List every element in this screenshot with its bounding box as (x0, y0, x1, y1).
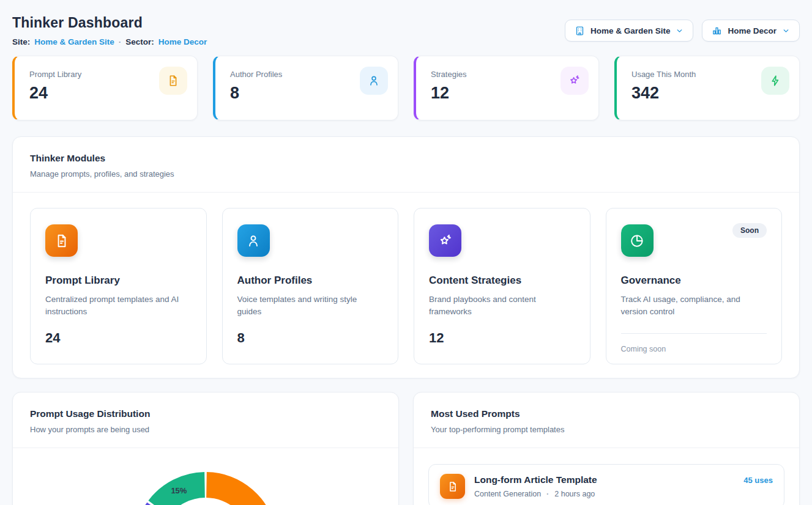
stat-label: Prompt Library (29, 70, 81, 79)
meta-separator: · (546, 490, 549, 498)
prompt-item-title: Long-form Article Template (474, 474, 734, 485)
usage-chart-area: 45%25%15%15% (13, 448, 398, 505)
sector-selector-label: Home Decor (728, 26, 777, 35)
bar-chart-icon (712, 26, 722, 36)
module-description: Centralized prompt templates and AI inst… (45, 293, 192, 319)
stat-label: Strategies (431, 70, 467, 79)
sparkle-star-icon (561, 67, 589, 95)
usage-card-header: Prompt Usage Distribution How your promp… (13, 393, 398, 448)
chevron-down-icon (782, 27, 790, 35)
stat-card-prompt-library: Prompt Library 24 (12, 56, 198, 120)
stat-value: 342 (631, 84, 696, 103)
prompts-card-header: Most Used Prompts Your top-performing pr… (414, 393, 799, 448)
modules-header: Thinker Modules Manage prompts, profiles… (13, 137, 799, 193)
header-actions: Home & Garden Site Home Decor (565, 20, 800, 42)
module-description: Brand playbooks and content frameworks (429, 293, 575, 319)
module-description: Track AI usage, compliance, and version … (621, 293, 767, 319)
stat-value: 8 (230, 84, 282, 103)
site-selector-dropdown[interactable]: Home & Garden Site (565, 20, 694, 42)
module-description: Voice templates and writing style guides (237, 293, 384, 319)
site-selector-label: Home & Garden Site (590, 26, 671, 35)
stat-card-usage: Usage This Month 342 (614, 56, 800, 120)
prompt-category: Content Generation (474, 490, 541, 498)
bottom-row: Prompt Usage Distribution How your promp… (12, 392, 800, 505)
modules-grid: Prompt Library Centralized prompt templa… (13, 193, 799, 378)
usage-card-subtitle: How your prompts are being used (30, 425, 381, 434)
modules-subtitle: Manage prompts, profiles, and strategies (30, 169, 782, 179)
breadcrumb: Site: Home & Garden Site · Sector: Home … (12, 37, 207, 46)
module-card-author-profiles[interactable]: Author Profiles Voice templates and writ… (222, 208, 399, 364)
module-title: Governance (621, 275, 767, 287)
stat-card-author-profiles: Author Profiles 8 (213, 56, 398, 120)
site-label: Site: (12, 37, 30, 46)
chevron-down-icon (676, 27, 683, 35)
sector-link[interactable]: Home Decor (158, 37, 207, 46)
site-link[interactable]: Home & Garden Site (34, 37, 114, 46)
soon-badge: Soon (732, 223, 767, 238)
usage-card-title: Prompt Usage Distribution (30, 408, 381, 419)
module-divider (621, 333, 767, 334)
stat-value: 12 (431, 84, 467, 103)
module-count: 12 (429, 330, 575, 346)
module-card-governance[interactable]: Soon Governance Track AI usage, complian… (606, 208, 783, 364)
prompt-list-item[interactable]: Long-form Article Template Content Gener… (428, 464, 784, 505)
module-title: Prompt Library (45, 275, 192, 287)
page-title: Thinker Dashboard (12, 15, 207, 31)
person-icon (360, 67, 388, 95)
dashboard-page: Thinker Dashboard Site: Home & Garden Si… (0, 0, 812, 505)
module-title: Author Profiles (237, 275, 384, 287)
stats-row: Prompt Library 24 Author Profiles 8 (12, 56, 800, 120)
prompts-card-title: Most Used Prompts (431, 408, 782, 419)
modules-title: Thinker Modules (30, 153, 782, 164)
usage-distribution-card: Prompt Usage Distribution How your promp… (12, 392, 399, 505)
person-icon (237, 224, 270, 257)
stat-label: Usage This Month (631, 70, 696, 79)
stat-label: Author Profiles (230, 70, 282, 79)
module-title: Content Strategies (429, 275, 575, 287)
prompt-list: Long-form Article Template Content Gener… (414, 448, 799, 505)
document-icon (440, 474, 465, 499)
thinker-modules-panel: Thinker Modules Manage prompts, profiles… (12, 136, 800, 378)
donut-segment-label: 15% (171, 486, 187, 495)
module-count: 24 (45, 330, 192, 346)
module-card-prompt-library[interactable]: Prompt Library Centralized prompt templa… (30, 208, 207, 364)
usage-donut-chart: 45%25%15%15% (132, 470, 279, 505)
module-count: 8 (237, 330, 384, 346)
prompt-item-meta: Content Generation · 2 hours ago (474, 490, 734, 498)
prompt-uses-badge: 45 uses (743, 476, 773, 485)
donut-segment (206, 472, 277, 505)
top-bar: Thinker Dashboard Site: Home & Garden Si… (12, 0, 800, 46)
breadcrumb-separator: · (119, 37, 122, 46)
prompt-item-main: Long-form Article Template Content Gener… (474, 474, 734, 498)
sector-selector-dropdown[interactable]: Home Decor (702, 20, 800, 42)
document-icon (45, 224, 78, 257)
stat-card-strategies: Strategies 12 (414, 56, 599, 120)
pie-chart-icon (621, 224, 654, 257)
stat-value: 24 (29, 84, 81, 103)
building-icon (575, 26, 585, 36)
prompts-card-subtitle: Your top-performing prompt templates (431, 425, 782, 434)
most-used-prompts-card: Most Used Prompts Your top-performing pr… (413, 392, 800, 505)
module-card-content-strategies[interactable]: Content Strategies Brand playbooks and c… (414, 208, 590, 364)
sector-label: Sector: (125, 37, 154, 46)
prompt-time: 2 hours ago (554, 490, 595, 498)
document-icon (159, 67, 187, 95)
header-left: Thinker Dashboard Site: Home & Garden Si… (12, 15, 207, 46)
sparkle-star-icon (429, 224, 461, 257)
coming-soon-text: Coming soon (621, 345, 767, 353)
lightning-icon (761, 67, 789, 95)
